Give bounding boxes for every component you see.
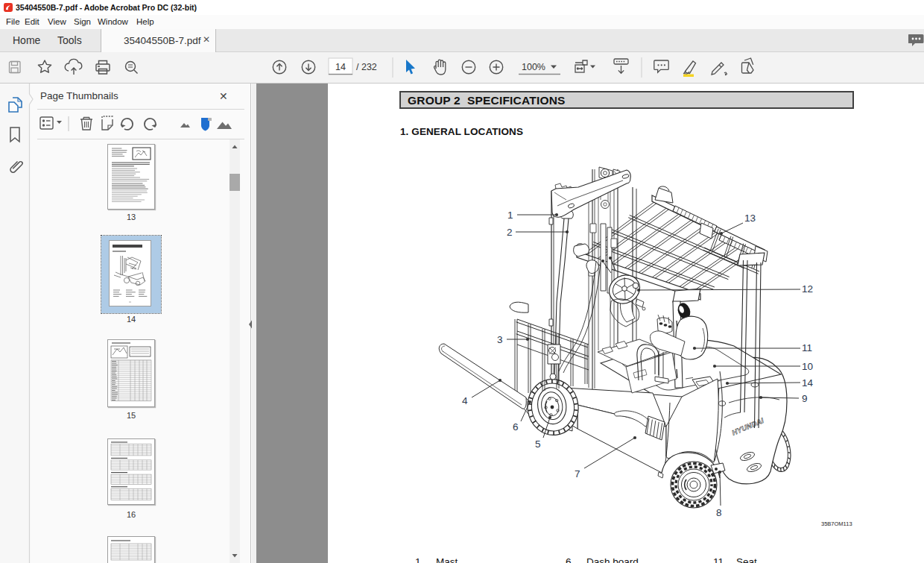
svg-text:10: 10 <box>802 361 813 372</box>
svg-text:4: 4 <box>462 395 468 406</box>
svg-text:11: 11 <box>802 342 812 353</box>
svg-text:14: 14 <box>335 62 346 72</box>
svg-text:14: 14 <box>802 377 814 389</box>
svg-text:7: 7 <box>575 468 580 479</box>
svg-text:9: 9 <box>802 393 808 404</box>
svg-text:100%: 100% <box>522 62 545 72</box>
svg-text:6: 6 <box>513 421 519 433</box>
svg-text:8: 8 <box>716 507 722 518</box>
svg-text:5: 5 <box>535 438 541 450</box>
svg-text:12: 12 <box>802 283 813 295</box>
svg-text:3: 3 <box>497 334 503 345</box>
svg-text:1: 1 <box>507 210 513 221</box>
svg-text:2: 2 <box>507 227 513 238</box>
svg-text:13: 13 <box>744 213 756 224</box>
svg-text:/ 232: / 232 <box>356 62 377 72</box>
